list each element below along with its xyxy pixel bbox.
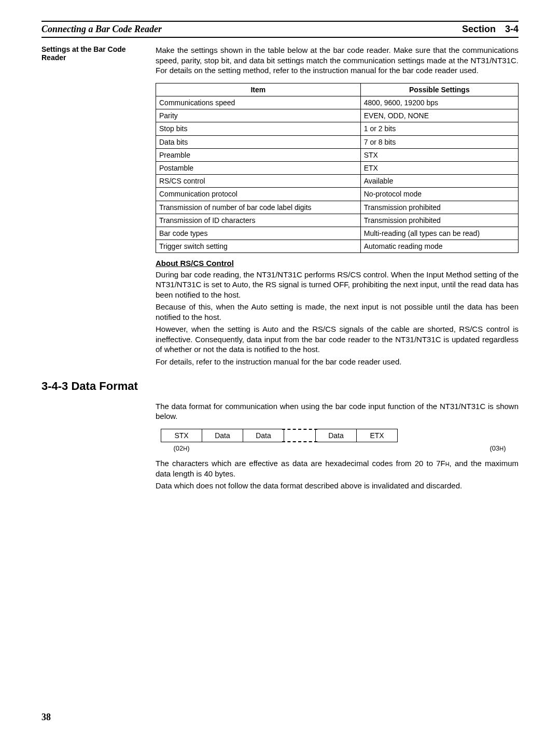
cell-item: Transmission of ID characters: [156, 214, 361, 227]
cell-value: Automatic reading mode: [360, 240, 518, 253]
cell-item: Bar code types: [156, 227, 361, 240]
data-format-block: The data format for communication when u…: [41, 401, 519, 493]
empty-left: [41, 401, 156, 493]
section-number: 3-4: [505, 24, 519, 34]
table-row: RS/CS controlAvailable: [156, 175, 519, 188]
cell-value: Multi-reading (all types can be read): [360, 227, 518, 240]
settings-block: Settings at the Bar Code Reader Make the…: [41, 45, 519, 369]
about-p2: Because of this, when the Auto setting i…: [156, 302, 519, 322]
settings-table: Item Possible Settings Communications sp…: [156, 83, 519, 253]
table-row: Data bits7 or 8 bits: [156, 135, 519, 148]
page-number: 38: [41, 711, 51, 723]
about-p4: For details, refer to the instruction ma…: [156, 357, 519, 367]
data-format-content: The data format for communication when u…: [156, 401, 519, 493]
table-row: Communications speed4800, 9600, 19200 bp…: [156, 96, 519, 109]
cell-item: Trigger switch setting: [156, 240, 361, 253]
cell-item: Communications speed: [156, 96, 361, 109]
table-row: Bar code typesMulti-reading (all types c…: [156, 227, 519, 240]
section-heading: 3-4-3 Data Format: [41, 379, 519, 394]
sidebar-label: Settings at the Bar Code Reader: [41, 45, 156, 369]
cell-item: RS/CS control: [156, 175, 361, 188]
table-row: ParityEVEN, ODD, NONE: [156, 109, 519, 122]
cell-value: Transmission prohibited: [360, 214, 518, 227]
section-label: Section: [462, 24, 496, 34]
cell-item: Stop bits: [156, 122, 361, 135]
df-p1: The characters which are effective as da…: [156, 458, 519, 479]
df-hex-stx: (02H): [161, 444, 202, 453]
df-hex-row: (02H) (03H): [161, 444, 519, 453]
cell-item: Communication protocol: [156, 188, 361, 201]
cell-value: No-protocol mode: [360, 188, 518, 201]
cell-value: Transmission prohibited: [360, 201, 518, 214]
df-data-1: Data: [202, 429, 243, 442]
table-row: Trigger switch settingAutomatic reading …: [156, 240, 519, 253]
about-body: During bar code reading, the NT31/NT31C …: [156, 270, 519, 367]
page-header: Connecting a Bar Code Reader Section3-4: [41, 21, 519, 38]
cell-value: 7 or 8 bits: [360, 135, 518, 148]
table-row: Communication protocolNo-protocol mode: [156, 188, 519, 201]
table-row: Transmission of ID charactersTransmissio…: [156, 214, 519, 227]
df-p2: Data which does not follow the data form…: [156, 481, 519, 491]
table-row: PreambleSTX: [156, 148, 519, 161]
table-header-row: Item Possible Settings: [156, 83, 519, 96]
df-etx: ETX: [356, 429, 398, 442]
about-heading: About RS/CS Control: [156, 258, 519, 269]
cell-value: Available: [360, 175, 518, 188]
cell-item: Transmission of number of bar code label…: [156, 201, 361, 214]
cell-value: STX: [360, 148, 518, 161]
df-stx: STX: [161, 429, 202, 442]
about-p3: However, when the setting is Auto and th…: [156, 324, 519, 355]
table-row: Transmission of number of bar code label…: [156, 201, 519, 214]
col-settings: Possible Settings: [360, 83, 518, 96]
table-row: Stop bits1 or 2 bits: [156, 122, 519, 135]
cell-value: ETX: [360, 162, 518, 175]
df-data-n: Data: [315, 429, 357, 442]
cell-item: Preamble: [156, 148, 361, 161]
df-intro: The data format for communication when u…: [156, 401, 519, 422]
df-ellipsis: [284, 429, 315, 442]
cell-value: EVEN, ODD, NONE: [360, 109, 518, 122]
intro-paragraph: Make the settings shown in the table bel…: [156, 45, 519, 76]
cell-item: Parity: [156, 109, 361, 122]
header-section: Section3-4: [462, 23, 519, 35]
cell-item: Data bits: [156, 135, 361, 148]
table-row: PostambleETX: [156, 162, 519, 175]
df-data-2: Data: [243, 429, 284, 442]
cell-value: 4800, 9600, 19200 bps: [360, 96, 518, 109]
about-p1: During bar code reading, the NT31/NT31C …: [156, 270, 519, 300]
data-format-diagram: STX Data Data Data ETX: [161, 429, 519, 442]
col-item: Item: [156, 83, 361, 96]
header-title: Connecting a Bar Code Reader: [41, 23, 162, 35]
settings-content: Make the settings shown in the table bel…: [156, 45, 519, 369]
cell-value: 1 or 2 bits: [360, 122, 518, 135]
df-hex-etx: (03H): [477, 444, 519, 453]
cell-item: Postamble: [156, 162, 361, 175]
